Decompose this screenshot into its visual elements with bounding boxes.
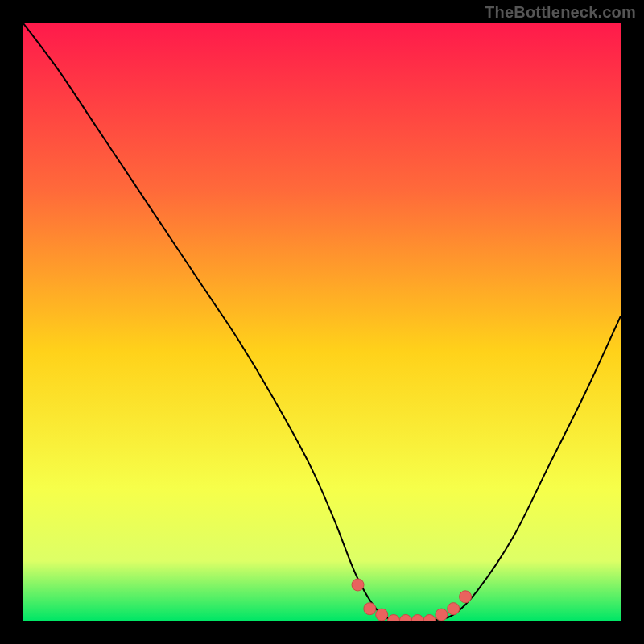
chart-frame: TheBottleneck.com <box>0 0 644 644</box>
watermark-text: TheBottleneck.com <box>485 3 636 22</box>
curve-marker <box>352 579 364 591</box>
plot-svg <box>23 23 621 621</box>
curve-marker <box>423 615 436 621</box>
curve-marker <box>364 603 376 615</box>
plot-area <box>23 23 621 621</box>
curve-marker <box>436 609 448 621</box>
curve-marker <box>460 591 472 603</box>
curve-marker <box>388 615 400 621</box>
curve-marker <box>448 603 460 615</box>
bottleneck-curve <box>23 23 621 621</box>
curve-marker <box>399 615 411 621</box>
curve-marker <box>411 615 423 621</box>
curve-marker <box>376 609 388 621</box>
